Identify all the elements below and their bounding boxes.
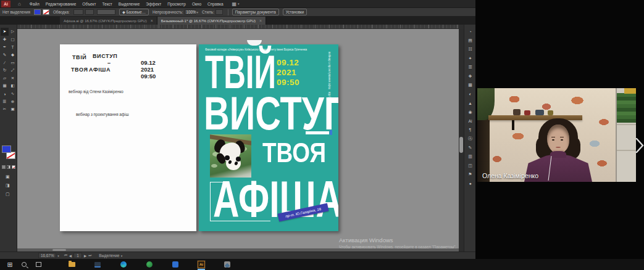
tool-button[interactable]: ◧ (9, 82, 17, 90)
workspace-switcher-icon[interactable]: ▦ (232, 1, 237, 7)
tool-button[interactable]: ☰ (1, 97, 9, 105)
tool-button[interactable]: ✂ (1, 105, 9, 113)
panel-icon[interactable]: ☰ (468, 63, 472, 72)
menu-item[interactable]: Текст (102, 2, 112, 6)
tool-button[interactable]: ↻ (1, 67, 9, 75)
close-icon[interactable]: × (151, 18, 153, 23)
fill-color-swatch[interactable] (34, 9, 41, 15)
brush-definition-dropdown[interactable] (97, 9, 115, 15)
tool-button[interactable]: ▣ (9, 105, 17, 113)
start-button[interactable]: ⊞ (6, 260, 14, 269)
close-icon[interactable]: × (259, 18, 262, 23)
menu-item[interactable]: Редактирование (46, 2, 77, 6)
zoom-level[interactable]: 16,67% (38, 253, 56, 258)
variable-width-dropdown[interactable] (85, 9, 94, 15)
tool-button[interactable]: ▦ (1, 82, 9, 90)
panel-icon[interactable]: ◫ (468, 162, 472, 171)
document-tab[interactable]: Афіша.ai @ 16,67% (CMYK/Предпросмотр GPU… (60, 17, 157, 25)
tool-button[interactable]: ⊕ (9, 97, 17, 105)
artboard-poster[interactable]: Фаховий коледж «Універсум» Київського ун… (199, 44, 338, 231)
preferences-button[interactable]: Установки (283, 9, 307, 15)
artboard-draft[interactable]: ТВІЙ ВИСТУП – ТВОЯ АФІША 09.12 2021 09:5… (60, 44, 196, 231)
photos-app-button[interactable] (223, 260, 232, 269)
tool-button[interactable]: ✚ (1, 36, 9, 44)
canvas-pasteboard[interactable]: ТВІЙ ВИСТУП – ТВОЯ АФІША 09.12 2021 09:5… (17, 29, 459, 252)
panel-icon[interactable]: ❖ (468, 72, 472, 81)
illustrator-logo[interactable]: Ai (1, 1, 10, 7)
vertical-scrollbar[interactable] (459, 29, 464, 252)
file-explorer-button[interactable] (67, 260, 76, 269)
messenger-button[interactable] (145, 260, 154, 269)
task-view-button[interactable] (34, 260, 43, 269)
artboard-prev-icon[interactable]: ◀ (69, 254, 72, 258)
panel-icon[interactable]: ▩ (468, 81, 472, 90)
webcam-video[interactable]: Олена Казіміренко (477, 88, 636, 182)
panel-icon[interactable]: ⚑ (468, 170, 472, 179)
tool-button[interactable]: ◆ (9, 51, 17, 59)
menu-item[interactable]: Файл (30, 2, 40, 6)
draw-mode-icon[interactable]: ▣ (6, 174, 10, 179)
tool-button[interactable]: T (9, 43, 17, 51)
draw-behind-icon[interactable]: ◨ (6, 183, 10, 188)
tool-button[interactable]: ▢ (9, 36, 17, 44)
home-icon[interactable]: ⌂ (18, 1, 21, 7)
panel-icon[interactable]: ◐ (469, 90, 471, 99)
document-tab-bar: Афіша.ai @ 16,67% (CMYK/Предпросмотр GPU… (0, 17, 475, 25)
menu-item[interactable]: Объект (82, 2, 96, 6)
fill-color-indicator[interactable] (2, 145, 11, 153)
illustrator-taskbar-button[interactable]: Ai (197, 260, 206, 269)
panel-icon[interactable]: ● (469, 179, 471, 189)
panel-icon[interactable]: ¶ (469, 126, 472, 135)
tool-button[interactable]: ✎ (1, 51, 9, 59)
edge-browser-button[interactable] (119, 260, 128, 269)
tool-button[interactable]: ✕ (9, 75, 17, 83)
panel-icon[interactable]: Ai (468, 117, 472, 126)
artboard-next-icon[interactable]: ▶ (84, 254, 86, 258)
artboard-number[interactable]: 1 (73, 253, 82, 258)
style-label: Стиль: (202, 10, 214, 14)
app-button[interactable] (93, 260, 102, 269)
basic-brush-button[interactable]: ◆ Базовые… (119, 9, 149, 15)
tool-button[interactable]: ∕ (1, 59, 9, 67)
screen-mode-icon[interactable]: ▢ (6, 192, 10, 197)
menu-item[interactable]: Окно (192, 2, 201, 6)
panel-icon[interactable]: Ⓐ (468, 134, 472, 144)
panel-icon[interactable]: ◉ (468, 108, 472, 117)
tool-button[interactable]: ▱ (1, 75, 9, 83)
panel-icon[interactable]: ▤ (468, 36, 472, 46)
menu-item[interactable]: Эффект (146, 2, 161, 6)
tool-button[interactable]: ◑ (1, 90, 9, 98)
panel-icon[interactable]: ◔ (469, 27, 471, 36)
panel-icon[interactable]: ▲ (468, 99, 472, 108)
menu-item[interactable]: Выделение (119, 2, 140, 6)
next-participant-chevron[interactable] (635, 137, 644, 157)
chevron-down-icon[interactable]: ▾ (57, 254, 59, 258)
document-setup-button[interactable]: Параметры документа (232, 9, 279, 15)
menu-item[interactable]: Просмотр (167, 2, 186, 6)
control-bar: Нет выделения Обводка: ◆ Базовые… Непроз… (0, 8, 475, 17)
panel-icon[interactable]: ☷ (468, 45, 472, 54)
opacity-value[interactable]: 100% (185, 9, 196, 15)
artboard-last-icon[interactable]: ⏭ (88, 253, 91, 258)
tool-button[interactable]: ➤ (1, 28, 9, 36)
chevron-down-icon[interactable]: ▾ (121, 254, 123, 258)
stroke-color-swatch[interactable] (43, 9, 49, 15)
panel-icon[interactable]: ✎ (469, 144, 472, 153)
tool-button[interactable]: ⤢ (9, 67, 17, 75)
stroke-weight-stepper[interactable] (73, 9, 83, 15)
tool-button[interactable]: ∿ (9, 90, 17, 98)
panel-icon[interactable]: ▥ (468, 152, 472, 162)
document-tab-active[interactable]: Безымянный-1* @ 16,67% (CMYK/Предпросмот… (157, 17, 266, 25)
color-mode-buttons[interactable] (2, 165, 15, 169)
tool-button[interactable]: ▷ (9, 28, 17, 36)
screenshot-root: Ai ⌂ ФайлРедактированиеОбъектТекстВыделе… (0, 0, 644, 270)
search-button[interactable] (20, 260, 28, 269)
artboard-first-icon[interactable]: ⏮ (64, 253, 67, 258)
wall-shelf (488, 115, 582, 120)
app-button-blue[interactable] (171, 260, 180, 269)
panel-icon[interactable]: ✦ (469, 54, 472, 63)
style-swatch-dropdown[interactable] (215, 9, 223, 15)
tool-button[interactable]: ▭ (9, 59, 17, 67)
menu-item[interactable]: Справка (207, 2, 224, 6)
tool-button[interactable]: ✒ (1, 43, 9, 51)
